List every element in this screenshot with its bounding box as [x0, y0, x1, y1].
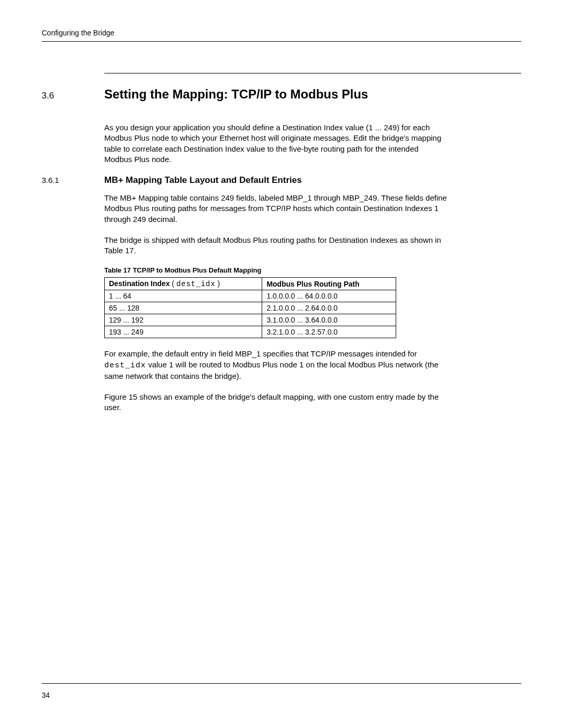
subsection-number: 3.6.1 — [42, 176, 104, 184]
subsection-body: The MB+ Mapping table contains 249 field… — [104, 193, 521, 413]
page-number: 34 — [42, 691, 50, 699]
table-row: 1 ... 64 1.0.0.0.0 ... 64.0.0.0.0 — [105, 290, 396, 302]
mapping-table: Destination Index ( dest_idx ) Modbus Pl… — [104, 277, 396, 338]
after-table-para-1-post: value 1 will be routed to Modbus Plus no… — [104, 360, 438, 380]
cell-dest: 193 ... 249 — [105, 326, 262, 338]
after-table-para-1-pre: For example, the default entry in field … — [104, 349, 417, 358]
subsection-title: MB+ Mapping Table Layout and Default Ent… — [104, 175, 302, 186]
table-header-dest: Destination Index ( dest_idx ) — [105, 278, 262, 290]
cell-dest: 65 ... 128 — [105, 302, 262, 314]
cell-path: 3.1.0.0.0 ... 3.64.0.0.0 — [262, 314, 396, 326]
table-header-row: Destination Index ( dest_idx ) Modbus Pl… — [105, 278, 396, 290]
table-caption: Table 17 TCP/IP to Modbus Plus Default M… — [104, 266, 521, 274]
col1-label: Destination Index — [109, 279, 170, 288]
subsection-header: 3.6.1 MB+ Mapping Table Layout and Defau… — [42, 175, 521, 186]
section-body: As you design your application you shoul… — [104, 122, 521, 165]
cell-dest: 129 ... 192 — [105, 314, 262, 326]
table-row: 65 ... 128 2.1.0.0.0 ... 2.64.0.0.0 — [105, 302, 396, 314]
cell-dest: 1 ... 64 — [105, 290, 262, 302]
after-table-para-1: For example, the default entry in field … — [104, 349, 448, 381]
subsection-para-1: The MB+ Mapping table contains 249 field… — [104, 193, 448, 225]
table-header-path: Modbus Plus Routing Path — [262, 278, 396, 290]
cell-path: 1.0.0.0.0 ... 64.0.0.0.0 — [262, 290, 396, 302]
intro-paragraph: As you design your application you shoul… — [104, 122, 448, 165]
section-rule-top — [104, 73, 521, 73]
section-number: 3.6 — [42, 91, 104, 101]
subsection-para-2: The bridge is shipped with default Modbu… — [104, 235, 448, 256]
after-table-para-1-code: dest_idx — [104, 361, 146, 370]
section-header: 3.6 Setting the Mapping: TCP/IP to Modbu… — [42, 87, 521, 102]
table-row: 129 ... 192 3.1.0.0.0 ... 3.64.0.0.0 — [105, 314, 396, 326]
table-row: 193 ... 249 3.2.1.0.0 ... 3.2.57.0.0 — [105, 326, 396, 338]
cell-path: 2.1.0.0.0 ... 2.64.0.0.0 — [262, 302, 396, 314]
section-title: Setting the Mapping: TCP/IP to Modbus Pl… — [104, 87, 368, 102]
cell-path: 3.2.1.0.0 ... 3.2.57.0.0 — [262, 326, 396, 338]
section-rule-top-wrap — [104, 73, 521, 73]
after-table-para-2: Figure 15 shows an example of the bridge… — [104, 392, 448, 413]
running-head: Configuring the Bridge — [42, 29, 521, 42]
page: Configuring the Bridge 3.6 Setting the M… — [0, 0, 563, 728]
col1-paren: ( dest_idx ) — [172, 279, 220, 288]
footer-rule — [42, 683, 521, 684]
col1-param: dest_idx — [176, 280, 215, 288]
